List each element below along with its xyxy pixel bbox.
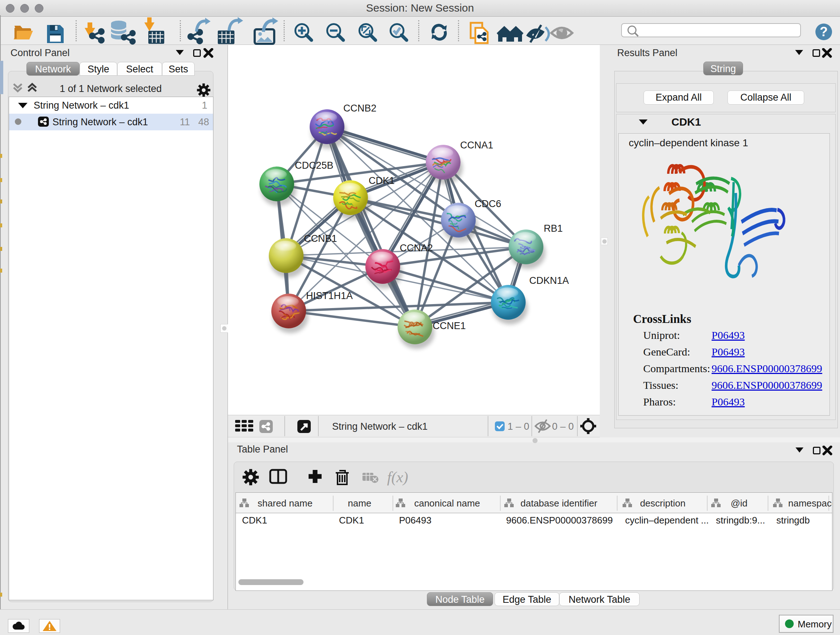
svg-text:CCNB2: CCNB2: [343, 103, 377, 114]
svg-text:HIST1H1A: HIST1H1A: [306, 290, 353, 301]
svg-text:CDK1: CDK1: [369, 175, 395, 186]
svg-text:CCNB1: CCNB1: [304, 233, 337, 244]
svg-text:name: name: [347, 498, 371, 509]
svg-text:?: ?: [820, 24, 828, 39]
svg-text:f(x): f(x): [387, 469, 408, 486]
svg-text:CDKN1A: CDKN1A: [529, 275, 569, 286]
svg-text:0 – 0: 0 – 0: [552, 421, 574, 432]
svg-text:namespace: namespace: [788, 498, 832, 509]
svg-text:CCNA1: CCNA1: [460, 140, 493, 150]
svg-text:CCNE1: CCNE1: [433, 320, 466, 331]
svg-text:canonical name: canonical name: [414, 498, 480, 509]
svg-text:CDC6: CDC6: [475, 198, 501, 209]
svg-text:shared name: shared name: [257, 498, 313, 509]
svg-text:RB1: RB1: [544, 223, 563, 234]
svg-text:String Network – cdk1: String Network – cdk1: [332, 421, 428, 432]
svg-text:CCNA2: CCNA2: [400, 242, 433, 253]
svg-text:CDC25B: CDC25B: [295, 160, 333, 171]
svg-text:1 – 0: 1 – 0: [508, 421, 529, 432]
svg-text:description: description: [640, 498, 685, 509]
svg-text:@id: @id: [731, 498, 748, 509]
svg-text:database identifier: database identifier: [521, 498, 598, 509]
